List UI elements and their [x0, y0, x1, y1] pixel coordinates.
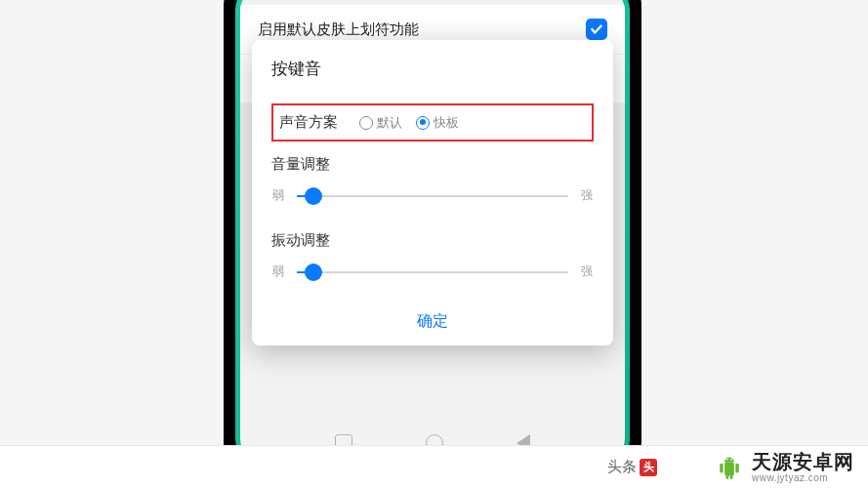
toutiao-badge: 头条 头 [607, 458, 657, 476]
slider-thumb[interactable] [305, 187, 322, 205]
radio-label: 快板 [434, 114, 459, 132]
svg-rect-5 [726, 474, 729, 479]
keypad-sound-dialog: 按键音 声音方案 默认 快板 音量调整 [252, 40, 613, 346]
svg-point-3 [726, 458, 728, 460]
logo-title: 天源安卓网 [752, 451, 854, 472]
checkbox-on-icon[interactable] [586, 19, 607, 40]
slider-thumb[interactable] [305, 264, 322, 281]
radio-option-kuaiban[interactable]: 快板 [416, 114, 459, 132]
vibration-slider-row: 弱 强 [271, 264, 594, 298]
svg-rect-1 [735, 463, 739, 472]
vibration-section: 振动调整 弱 强 [252, 222, 613, 298]
vibration-label: 振动调整 [271, 231, 594, 250]
phone-bezel: 启用默认皮肤上划符功能 候选字体大小 〉 按键音 声音方案 默认 [235, 0, 630, 467]
svg-point-4 [730, 458, 732, 460]
volume-slider-row: 弱 强 [271, 187, 594, 222]
radio-icon [359, 116, 373, 130]
slider-min-label: 弱 [271, 187, 285, 204]
svg-rect-0 [720, 463, 723, 472]
slider-max-label: 强 [580, 187, 594, 204]
volume-section: 音量调整 弱 强 [252, 145, 613, 222]
volume-slider[interactable] [297, 195, 568, 197]
sound-scheme-row: 声音方案 默认 快板 [271, 103, 594, 142]
sound-scheme-label: 声音方案 [279, 113, 338, 132]
dialog-title: 按键音 [252, 58, 613, 94]
setting-label: 启用默认皮肤上划符功能 [258, 20, 419, 39]
radio-icon-selected [416, 116, 430, 130]
toutiao-text: 头条 [607, 458, 637, 476]
logo-url: www.jytyaz.com [752, 472, 854, 483]
site-logo: 天源安卓网 www.jytyaz.com [715, 451, 854, 483]
radio-label: 默认 [377, 114, 402, 132]
toutiao-icon: 头 [640, 459, 657, 476]
footer-bar: 头条 头 天源安卓网 www.jytyaz.com [0, 445, 868, 488]
svg-rect-2 [724, 462, 734, 475]
phone-frame: 启用默认皮肤上划符功能 候选字体大小 〉 按键音 声音方案 默认 [224, 0, 641, 478]
vibration-slider[interactable] [297, 271, 568, 273]
slider-min-label: 弱 [271, 264, 285, 280]
volume-label: 音量调整 [271, 155, 594, 174]
logo-text-stack: 天源安卓网 www.jytyaz.com [752, 451, 854, 483]
radio-option-default[interactable]: 默认 [359, 114, 402, 132]
confirm-button[interactable]: 确定 [252, 298, 613, 346]
svg-rect-6 [730, 474, 733, 479]
android-logo-icon [715, 454, 744, 481]
sound-scheme-radio-group: 默认 快板 [359, 114, 459, 132]
phone-screen: 启用默认皮肤上划符功能 候选字体大小 〉 按键音 声音方案 默认 [240, 0, 625, 462]
slider-max-label: 强 [580, 264, 594, 280]
